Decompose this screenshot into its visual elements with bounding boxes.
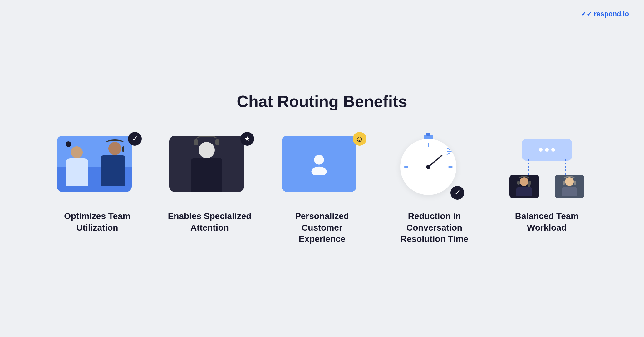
person1-head	[71, 146, 83, 158]
badge-checkmark-1: ✓	[128, 132, 142, 146]
logo-accent: .io	[621, 10, 629, 18]
chat-bubble-main	[522, 139, 572, 161]
stopwatch-top	[424, 135, 433, 139]
person1-body	[66, 158, 88, 186]
stopwatch-tick-left	[404, 166, 408, 168]
agent-mic	[528, 184, 530, 187]
benefit-resolution-time: ✓ Reduction inConversationResolution Tim…	[385, 136, 484, 245]
illus-resolution: ✓	[394, 136, 475, 198]
agent-headset-left	[519, 176, 530, 181]
speed-line-3	[446, 153, 450, 155]
svg-point-1	[311, 167, 327, 175]
page-title: Chat Routing Benefits	[237, 92, 407, 111]
illus-specialized: ★	[169, 136, 250, 198]
illus2-box	[169, 136, 244, 192]
stopwatch-tick-top	[428, 143, 429, 147]
benefit-personalized: ☺ PersonalizedCustomerExperience	[272, 136, 372, 245]
person-avatar-svg	[308, 153, 330, 175]
illus4-box: ✓	[394, 136, 463, 198]
agent-headset-ear2-l	[563, 181, 565, 185]
illus1-box	[57, 136, 132, 192]
stopwatch-center-dot	[426, 165, 430, 169]
agent-headset-right	[564, 176, 575, 181]
agent-card-left	[509, 175, 539, 198]
person2-body	[101, 155, 125, 186]
label-specialized-attention: Enables SpecializedAttention	[168, 211, 252, 233]
person2-headset-mic	[122, 146, 124, 152]
benefits-row: ✓ Optimizes TeamUtilization ★ Enables Sp…	[41, 136, 603, 245]
logo-text: respond.io	[594, 10, 629, 18]
tail-right	[565, 159, 566, 175]
dot-bubble	[66, 141, 71, 147]
stopwatch-tick-right	[448, 166, 453, 168]
illus2-headset-left	[194, 139, 198, 145]
stopwatch-check: ✓	[450, 186, 464, 200]
illus-personalized: ☺	[282, 136, 363, 198]
badge-star-2: ★	[240, 132, 254, 146]
stopwatch-button	[426, 133, 430, 136]
bubble-dot-2	[545, 148, 549, 152]
agent-body-left	[516, 187, 532, 196]
illus5-box	[506, 136, 587, 198]
bubble-dot-3	[551, 148, 555, 152]
agent-body-right	[562, 187, 577, 196]
illus2-headset-right	[215, 139, 219, 145]
svg-point-0	[314, 155, 324, 165]
tail-left	[528, 159, 529, 175]
agent-headset-ear2-r	[574, 181, 576, 185]
illus2-body	[191, 158, 222, 192]
benefit-team-utilization: ✓ Optimizes TeamUtilization	[47, 136, 147, 233]
bubble-dot-1	[539, 148, 543, 152]
label-resolution-time: Reduction inConversationResolution Time	[401, 211, 468, 245]
badge-smile-3: ☺	[353, 132, 366, 146]
agent-card-right	[555, 175, 584, 198]
benefit-balanced-workload: Balanced TeamWorkload	[497, 136, 597, 233]
speed-line-1	[446, 148, 450, 150]
agent-headset-ear-l	[517, 181, 520, 185]
label-personalized: PersonalizedCustomerExperience	[295, 211, 349, 245]
logo: ✓✓ respond.io	[581, 10, 629, 18]
label-balanced-workload: Balanced TeamWorkload	[515, 211, 578, 233]
illus3-box	[282, 136, 356, 192]
benefit-specialized-attention: ★ Enables SpecializedAttention	[160, 136, 260, 233]
logo-check-icon: ✓✓	[581, 10, 592, 18]
stopwatch	[400, 139, 456, 195]
logo-plain: respond	[594, 10, 621, 18]
illus-balanced	[506, 136, 587, 198]
illus2-head	[199, 142, 215, 158]
illus-team-utilization: ✓	[57, 136, 138, 198]
label-team-utilization: Optimizes TeamUtilization	[64, 211, 130, 233]
person2-headset	[106, 139, 124, 146]
illus2-headset-arc	[196, 136, 218, 144]
speed-line-2	[447, 151, 452, 152]
